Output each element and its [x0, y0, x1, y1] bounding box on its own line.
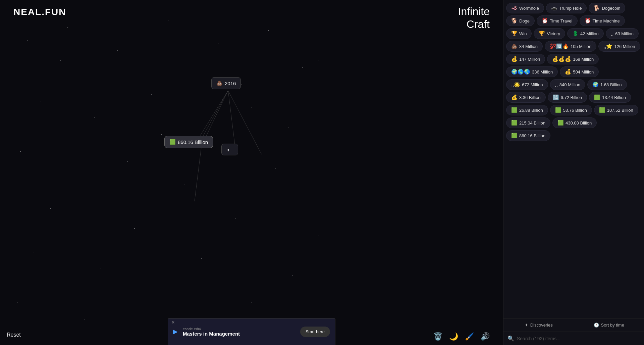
craft-node-2016[interactable]: 💩 2016 [211, 77, 241, 89]
item-label: Time Travel [550, 18, 572, 23]
item-emoji: 🕳️ [551, 5, 557, 11]
item-emoji: 💲 [572, 31, 579, 37]
sidebar-item[interactable]: 💰147 Million [506, 54, 545, 64]
item-label: 430.08 Billion [566, 120, 592, 126]
item-emoji: 🐕 [511, 18, 518, 24]
item-label: 42 Million [580, 31, 599, 36]
node-emoji: 🟩 [169, 139, 176, 145]
item-emoji: 🐕 [594, 5, 600, 11]
item-emoji: 🌍🌎🌏 [511, 69, 530, 75]
item-emoji: 🏆 [511, 31, 518, 37]
sidebar-item[interactable]: 🐕Dogecoin [589, 3, 625, 13]
item-emoji: ,,🌟 [511, 82, 520, 88]
ad-start-button[interactable]: Start here [300, 327, 330, 337]
star [94, 117, 95, 118]
item-label: 147 Million [519, 57, 540, 62]
sidebar-item[interactable]: 🟩430.08 Billion [552, 117, 597, 128]
sidebar-item[interactable]: 🟩13.44 Billion [589, 92, 631, 103]
sidebar-item[interactable]: 🔢6.72 Billion [548, 92, 587, 103]
item-label: 6.72 Billion [561, 95, 582, 100]
sidebar-item[interactable]: 💰3.36 Billion [506, 92, 546, 103]
ad-close[interactable]: ✕ [171, 320, 175, 325]
sidebar-item[interactable]: 💩84 Million [506, 41, 543, 52]
star [292, 275, 292, 276]
sort-by-time-tab[interactable]: 🕐 Sort by time [574, 318, 644, 332]
sidebar-item[interactable]: 🪱Wormhole [506, 3, 544, 13]
star [319, 235, 319, 236]
sidebar-item[interactable]: 🏆Win [506, 28, 532, 39]
sidebar-item[interactable]: ,,🌟672 Million [506, 79, 548, 90]
discoveries-tab[interactable]: ✦ Discoveries [503, 318, 574, 332]
sidebar-item[interactable]: 🌍1.68 Billion [587, 79, 627, 90]
item-label: Win [519, 31, 527, 36]
sidebar-item[interactable]: 🕳️Trump Hole [546, 3, 587, 13]
item-emoji: 🌍 [592, 82, 599, 88]
discoveries-label: Discoveries [530, 323, 553, 328]
item-label: 63 Million [615, 31, 634, 36]
canvas-area[interactable]: NEAL.FUN Infinite Craft 💩 2016 🟩 860.16 … [0, 0, 503, 345]
sidebar-item[interactable]: 💯🔟🔥105 Million [545, 41, 596, 52]
sidebar-item[interactable]: 🟩860.16 Billion [506, 130, 550, 141]
item-label: 840 Million [559, 82, 580, 87]
item-emoji: ,,⭐ [603, 43, 612, 49]
sidebar-item[interactable]: 🌍🌎🌏336 Million [506, 66, 558, 77]
star [84, 319, 85, 319]
star [168, 20, 168, 21]
search-input[interactable] [517, 336, 640, 341]
sidebar-item[interactable]: 🟩26.88 Billion [506, 105, 548, 115]
sidebar-item[interactable]: 🏆Victory [534, 28, 565, 39]
ad-source: esade.edu/ [183, 327, 295, 331]
craft-node-partial[interactable]: n [221, 144, 238, 155]
game-title: Infinite Craft [458, 5, 490, 31]
item-emoji: 🏆 [539, 31, 545, 37]
item-label: 672 Million [522, 82, 543, 87]
star [40, 101, 41, 101]
sidebar-item[interactable]: 🐕Doge [506, 15, 535, 26]
item-label: 168 Million [573, 57, 594, 62]
svg-line-3 [228, 91, 235, 144]
sidebar-item[interactable]: 💰💰💰168 Million [547, 54, 599, 64]
search-icon: 🔍 [507, 335, 514, 342]
sidebar-item[interactable]: 🟩53.76 Billion [550, 105, 592, 115]
item-label: Wormhole [519, 6, 539, 11]
star [319, 60, 319, 61]
svg-line-0 [198, 91, 228, 139]
star [252, 107, 252, 108]
sidebar-item[interactable]: 🟩215.04 Billion [506, 117, 550, 128]
node-label: 2016 [225, 81, 236, 86]
clock-icon: 🕐 [594, 323, 599, 328]
star [302, 67, 303, 68]
connection-lines [0, 0, 503, 345]
sidebar-item[interactable]: ,,⭐126 Million [598, 41, 640, 52]
item-label: Doge [519, 18, 530, 23]
sidebar-item[interactable]: ⏰Time Machine [580, 15, 625, 26]
ad-text: esade.edu/ Masters in Management [183, 327, 295, 337]
item-emoji: 🔢 [553, 94, 559, 100]
star [117, 50, 118, 51]
item-label: 13.44 Billion [602, 95, 626, 100]
star [268, 30, 269, 31]
sidebar-item[interactable]: 💰504 Million [560, 66, 599, 77]
sidebar-item[interactable]: 🟩107.52 Billion [594, 105, 638, 115]
star [275, 168, 276, 168]
sidebar-item[interactable]: ,,840 Million [550, 79, 586, 90]
node-label: n [226, 147, 229, 152]
ad-arrow-icon: ▶ [173, 328, 178, 335]
item-emoji: 🟩 [511, 120, 518, 126]
item-emoji: ⏰ [542, 18, 548, 24]
sidebar-items-list: 🪱Wormhole🕳️Trump Hole🐕Dogecoin🐕Doge⏰Time… [503, 0, 644, 318]
sidebar-item[interactable]: ,,63 Million [606, 28, 639, 39]
item-label: 107.52 Billion [607, 108, 633, 113]
ad-content: ▶ esade.edu/ Masters in Management Start… [173, 327, 330, 337]
item-label: 105 Million [571, 44, 591, 49]
item-emoji: ,, [611, 31, 613, 37]
node-emoji: 💩 [216, 80, 223, 86]
sidebar-item[interactable]: 💲42 Million [567, 28, 604, 39]
item-emoji: 💰💰💰 [552, 56, 571, 62]
item-label: 26.88 Billion [519, 108, 543, 113]
reset-button[interactable]: Reset [7, 332, 21, 338]
star [67, 27, 68, 28]
craft-node-860billion[interactable]: 🟩 860.16 Billion [164, 136, 213, 148]
sidebar-item[interactable]: ⏰Time Travel [537, 15, 577, 26]
svg-line-5 [195, 148, 201, 201]
